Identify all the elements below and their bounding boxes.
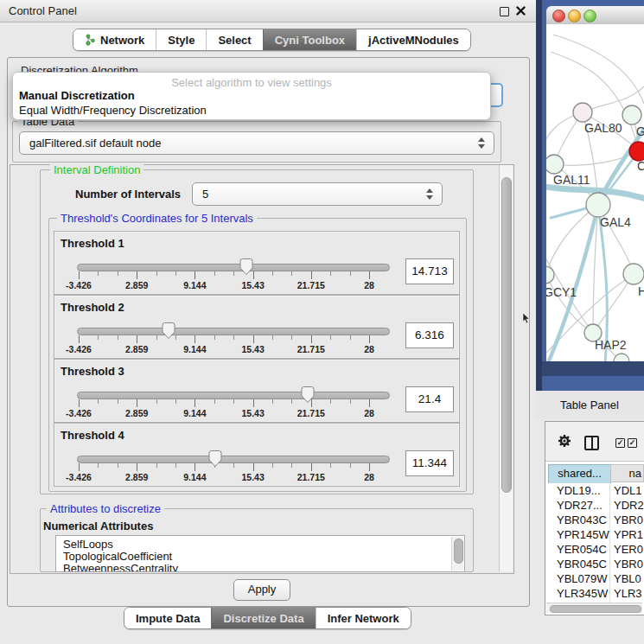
node-label: GAL80 [584, 121, 622, 135]
table-toolbar: ✓ ✓ [545, 422, 644, 462]
threshold-2-slider-thumb[interactable] [161, 322, 176, 341]
dropdown-option-manual[interactable]: Manual Discretization [19, 89, 135, 102]
list-item[interactable]: BetweennessCentrality [63, 562, 178, 572]
node-label: HAP2 [595, 338, 627, 352]
number-of-intervals-value: 5 [202, 188, 208, 201]
stepper-arrows-icon [478, 137, 486, 150]
apply-button[interactable]: Apply [233, 579, 290, 601]
network-icon [85, 34, 95, 46]
threshold-1-label: Threshold 1 [61, 237, 124, 250]
checkbox-icon[interactable]: ✓ [628, 438, 637, 448]
table-row[interactable]: YBR043CYBR0 [546, 513, 644, 527]
threshold-2-slider-track[interactable] [77, 328, 390, 335]
threshold-1-panel: Threshold 1 -3.4262.8599.14415.4321.7152… [54, 231, 460, 295]
threshold-1-slider-thumb[interactable] [239, 258, 254, 277]
node-label: G [636, 124, 644, 138]
threshold-4-value-field[interactable]: 11.344 [405, 450, 454, 476]
list-item[interactable]: SelfLoops [63, 538, 113, 551]
zoom-traffic-light-icon[interactable] [583, 10, 596, 22]
tab-jactivemnodules[interactable]: jActiveMNodules [356, 29, 470, 50]
threshold-4-label: Threshold 4 [61, 429, 124, 442]
numerical-attributes-list[interactable]: SelfLoops TopologicalCoefficient Between… [55, 535, 465, 572]
node-table[interactable]: YDL19...YDL1 YDR27...YDR2 YBR043CYBR0 YP… [546, 483, 644, 603]
slider-tick-labels: -3.4262.8599.14415.4321.71528 [79, 344, 369, 354]
threshold-1-slider-track[interactable] [77, 264, 390, 271]
table-row[interactable]: YPR145WYPR1 [546, 527, 644, 542]
threshold-2-panel: Threshold 2 -3.4262.8599.14415.4321.7152… [54, 295, 460, 359]
mouse-cursor-icon [522, 313, 531, 324]
threshold-3-panel: Threshold 3 -3.4262.8599.14415.4321.7152… [54, 359, 460, 423]
stepper-arrows-icon [426, 188, 434, 201]
scrollbar-thumb[interactable] [454, 539, 463, 564]
control-panel-title: Control Panel [9, 4, 77, 17]
node-label: C [637, 159, 644, 173]
table-row[interactable]: YBL079WYBL0 [546, 571, 644, 586]
threshold-4-slider-track[interactable] [77, 456, 390, 463]
table-row[interactable]: YBR045CYBR0 [546, 557, 644, 571]
attributes-group-title: Attributes to discretize [47, 502, 164, 515]
threshold-2-value-field[interactable]: 6.316 [405, 322, 454, 348]
tab-impute-data[interactable]: Impute Data [124, 608, 211, 628]
node-red-selected[interactable] [629, 142, 644, 161]
cyni-bottom-tabbar: Impute Data Discretize Data Infer Networ… [124, 607, 411, 629]
table-row[interactable]: YLR345WYLR3 [546, 586, 644, 601]
numerical-attributes-label: Numerical Attributes [43, 520, 153, 532]
attributes-list-scrollbar[interactable] [451, 537, 463, 571]
close-traffic-light-icon[interactable] [552, 10, 565, 22]
column-header-shared-name[interactable]: shared... [548, 464, 611, 484]
column-header-name[interactable]: na [610, 464, 644, 482]
threshold-3-slider-thumb[interactable] [300, 386, 316, 405]
threshold-3-value-field[interactable]: 21.4 [405, 386, 454, 412]
tab-infer-network[interactable]: Infer Network [316, 608, 411, 628]
network-window-frame-edge [536, 0, 542, 391]
slider-tick-labels: -3.4262.8599.14415.4321.71528 [79, 408, 369, 418]
settings-vertical-scrollbar[interactable] [499, 165, 513, 571]
node-gcy1[interactable] [546, 266, 554, 284]
table-panel-header: Table Panel [536, 391, 644, 418]
threshold-2-label: Threshold 2 [61, 301, 124, 314]
threshold-3-slider-track[interactable] [77, 392, 390, 399]
tab-network[interactable]: Network [73, 29, 156, 50]
table-row[interactable]: YER054CYER0 [546, 542, 644, 557]
network-canvas[interactable]: GAL80 G C GAL11 GAL4 GCY1 H HAP2 [546, 24, 644, 361]
tab-cyni-toolbox[interactable]: Cyni Toolbox [263, 29, 356, 50]
tab-discretize-data[interactable]: Discretize Data [211, 608, 315, 628]
node-label: H [638, 284, 644, 298]
node-bottom-partial[interactable] [614, 354, 629, 361]
gear-icon[interactable] [556, 432, 573, 450]
control-panel-titlebar [0, 0, 536, 22]
table-row[interactable]: YDL19...YDL1 [546, 483, 644, 498]
float-window-icon[interactable] [500, 7, 509, 16]
interval-definition-title: Interval Definition [50, 163, 143, 176]
checkbox-icon[interactable]: ✓ [615, 438, 625, 448]
slider-major-ticks [79, 271, 370, 279]
threshold-3-label: Threshold 3 [61, 365, 124, 378]
scrollbar-thumb[interactable] [550, 605, 641, 613]
node-label: GAL11 [553, 173, 590, 187]
show-columns-icon[interactable] [584, 436, 599, 450]
node-top-right[interactable] [622, 105, 641, 124]
screen: Control Panel Network Style Select Cyni … [0, 0, 644, 644]
table-row[interactable]: YDR27...YDR2 [546, 498, 644, 513]
tab-select[interactable]: Select [206, 29, 262, 50]
close-icon[interactable] [516, 6, 526, 16]
number-of-intervals-label: Number of Intervals [75, 188, 181, 201]
node-gal80[interactable] [573, 103, 592, 122]
slider-major-ticks [79, 399, 370, 407]
network-window-titlebar[interactable] [546, 6, 644, 25]
threshold-1-value-field[interactable]: 14.713 [405, 258, 454, 284]
node-h[interactable] [623, 264, 644, 284]
table-horizontal-scrollbar[interactable] [546, 603, 642, 613]
scrollbar-thumb[interactable] [501, 177, 512, 493]
minimize-traffic-light-icon[interactable] [568, 10, 581, 22]
node-gal11[interactable] [546, 155, 564, 174]
dropdown-option-equal-width[interactable]: Equal Width/Frequency Discretization [19, 104, 207, 117]
threshold-4-slider-thumb[interactable] [207, 450, 223, 469]
node-gal4[interactable] [586, 193, 610, 217]
tab-style[interactable]: Style [156, 29, 206, 50]
list-item[interactable]: TopologicalCoefficient [63, 550, 172, 563]
slider-tick-labels: -3.4262.8599.14415.4321.71528 [79, 280, 369, 290]
number-of-intervals-combobox[interactable]: 5 [192, 182, 443, 206]
node-label: GCY1 [546, 285, 577, 299]
table-data-combobox[interactable]: galFiltered.sif default node [19, 131, 494, 155]
